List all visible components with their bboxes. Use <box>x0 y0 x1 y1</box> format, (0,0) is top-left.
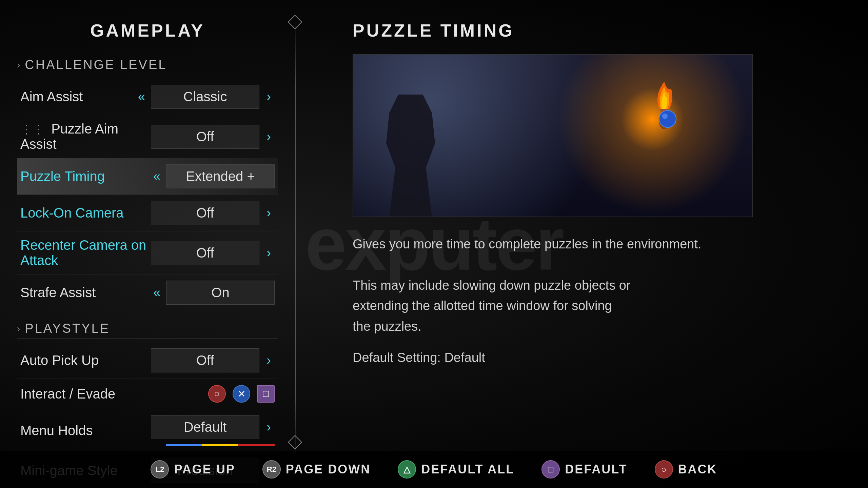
value-container-aim-assist: « Classic › <box>136 85 275 109</box>
left-panel: GAMEPLAY › CHALLENGE LEVEL Aim Assist « … <box>0 0 295 468</box>
value-aim-assist: Classic <box>151 85 259 109</box>
value-container-recenter-camera: Off › <box>151 241 275 265</box>
setting-puzzle-aim-assist[interactable]: ⋮⋮ Puzzle Aim Assist Off › <box>17 115 278 158</box>
vertical-divider <box>295 20 296 461</box>
right-panel-title: PUZZLE TIMING <box>353 20 841 41</box>
right-panel: PUZZLE TIMING Gives you more time to com… <box>326 0 868 468</box>
setting-puzzle-timing[interactable]: Puzzle Timing « Extended + <box>17 158 278 195</box>
square-button-icon: □ <box>257 385 275 403</box>
bottom-bar: L2 PAGE UP R2 PAGE DOWN △ DEFAULT ALL □ … <box>0 451 868 488</box>
value-container-auto-pick-up: Off › <box>151 348 275 372</box>
category-label: CHALLENGE LEVEL <box>25 58 167 72</box>
setting-label-interact-evade: Interact / Evade <box>20 386 115 402</box>
puzzle-aim-icon: ⋮⋮ <box>20 122 45 136</box>
setting-recenter-camera[interactable]: Recenter Camera on Attack Off › <box>17 231 278 274</box>
setting-aim-assist[interactable]: Aim Assist « Classic › <box>17 79 278 115</box>
svg-point-3 <box>662 114 668 119</box>
setting-menu-holds[interactable]: Menu Holds Default › <box>17 409 278 452</box>
preview-image <box>353 54 753 217</box>
arrow-right-menu-holds[interactable]: › <box>263 420 275 434</box>
r2-button[interactable]: R2 <box>262 460 281 479</box>
value-container-menu-holds: Default › <box>151 415 275 446</box>
arrow-right-aim-assist[interactable]: › <box>263 89 275 104</box>
circle-button-icon: ○ <box>208 385 226 403</box>
setting-label-recenter-camera: Recenter Camera on Attack <box>20 238 151 268</box>
value-puzzle-aim-assist: Off <box>151 125 259 149</box>
value-auto-pick-up: Off <box>151 348 259 372</box>
value-puzzle-timing: Extended + <box>166 164 275 188</box>
circle-button[interactable]: ○ <box>655 460 673 479</box>
setting-label-puzzle-aim-assist: ⋮⋮ Puzzle Aim Assist <box>20 121 151 152</box>
category-arrow: › <box>17 60 21 70</box>
setting-strafe-assist[interactable]: Strafe Assist « On <box>17 274 278 311</box>
value-strafe-assist: On <box>166 281 275 305</box>
setting-label-menu-holds: Menu Holds <box>20 423 93 438</box>
value-recenter-camera: Off <box>151 241 259 265</box>
square-button[interactable]: □ <box>541 460 560 479</box>
cross-button-icon: ✕ <box>233 385 250 403</box>
setting-label-puzzle-timing: Puzzle Timing <box>20 169 105 184</box>
action-default[interactable]: □ DEFAULT <box>541 460 627 479</box>
value-container-interact-evade: ○ ✕ □ <box>208 385 275 403</box>
arrow-right-recenter-camera[interactable]: › <box>263 246 275 260</box>
setting-label-lock-on-camera: Lock-On Camera <box>20 205 124 221</box>
value-container-strafe-assist: « On <box>151 281 275 305</box>
arrow-right-auto-pick-up[interactable]: › <box>263 353 275 368</box>
arrow-right-lock-on-camera[interactable]: › <box>263 206 275 220</box>
default-setting-text: Default Setting: Default <box>353 350 841 365</box>
value-menu-holds: Default <box>151 415 259 439</box>
category-playstyle-label: PLAYSTYLE <box>25 321 110 336</box>
back-label: BACK <box>678 462 717 476</box>
action-page-down[interactable]: R2 PAGE DOWN <box>262 460 371 479</box>
arrow-right-puzzle-aim-assist[interactable]: › <box>263 129 275 144</box>
page-up-label: PAGE UP <box>174 462 235 476</box>
value-container-lock-on-camera: Off › <box>151 201 275 225</box>
description-text: Gives you more time to complete puzzles … <box>353 234 743 337</box>
page-down-label: PAGE DOWN <box>286 462 371 476</box>
value-lock-on-camera: Off <box>151 201 259 225</box>
menu-holds-color-bar <box>166 444 275 446</box>
default-all-label: DEFAULT ALL <box>421 462 514 476</box>
value-container-puzzle-aim-assist: Off › <box>151 125 275 149</box>
setting-label-strafe-assist: Strafe Assist <box>20 285 96 300</box>
action-default-all[interactable]: △ DEFAULT ALL <box>398 460 514 479</box>
triangle-button[interactable]: △ <box>398 460 416 479</box>
arrow-left-strafe-assist[interactable]: « <box>151 285 163 300</box>
setting-label-auto-pick-up: Auto Pick Up <box>20 353 99 368</box>
action-back[interactable]: ○ BACK <box>655 460 717 479</box>
setting-auto-pick-up[interactable]: Auto Pick Up Off › <box>17 342 278 379</box>
left-panel-title: GAMEPLAY <box>17 20 278 41</box>
action-page-up[interactable]: L2 PAGE UP <box>151 460 235 479</box>
setting-label-aim-assist: Aim Assist <box>20 89 83 104</box>
arrow-left-aim-assist[interactable]: « <box>136 89 147 104</box>
default-label: DEFAULT <box>565 462 627 476</box>
value-container-puzzle-timing: « Extended + <box>151 164 275 188</box>
category-playstyle: › PLAYSTYLE <box>17 321 278 339</box>
gem-svg <box>657 109 678 129</box>
category-challenge-level: › CHALLENGE LEVEL <box>17 58 278 75</box>
category-playstyle-arrow: › <box>17 323 21 334</box>
setting-interact-evade[interactable]: Interact / Evade ○ ✕ □ <box>17 379 278 409</box>
svg-point-2 <box>659 110 676 127</box>
setting-lock-on-camera[interactable]: Lock-On Camera Off › <box>17 195 278 231</box>
l2-button[interactable]: L2 <box>151 460 169 479</box>
arrow-left-puzzle-timing[interactable]: « <box>151 169 163 184</box>
